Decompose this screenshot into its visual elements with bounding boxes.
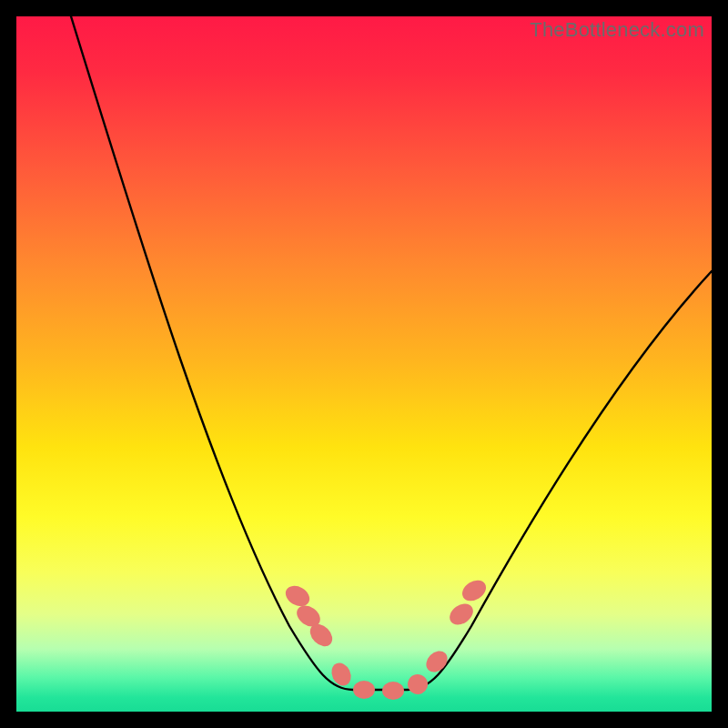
curve-svg [16,16,712,712]
bead-marker [353,681,375,699]
plot-area: TheBottleneck.com [16,16,712,712]
watermark-text: TheBottleneck.com [530,18,704,42]
bead-marker [405,672,430,697]
beads-group [282,576,490,700]
bead-marker [382,682,404,700]
bead-marker [422,647,452,677]
bead-marker [328,660,354,689]
outer-frame: TheBottleneck.com [0,0,728,728]
bead-marker [282,581,313,610]
bottleneck-curve [71,16,712,690]
